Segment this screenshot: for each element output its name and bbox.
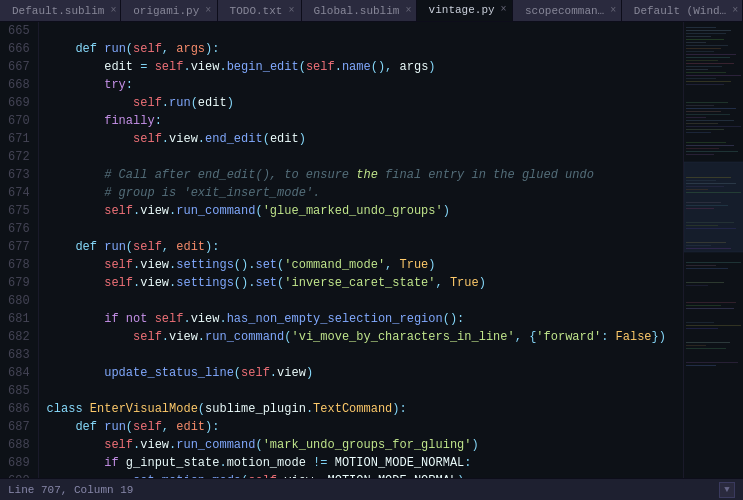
scroll-down-icon: ▼	[724, 485, 729, 495]
svg-rect-53	[686, 262, 741, 263]
svg-rect-16	[686, 72, 726, 73]
tab-close-icon[interactable]: ×	[405, 6, 411, 16]
tab-label: vintage.py	[429, 4, 495, 16]
svg-rect-13	[686, 63, 734, 64]
code-line: def run(self, edit):	[47, 418, 683, 436]
tab-close-icon[interactable]: ×	[732, 6, 738, 16]
main-content: 665 666 667 668 669 670 671 672 673 674 …	[0, 22, 743, 478]
svg-rect-24	[686, 108, 736, 109]
tab-close-icon[interactable]: ×	[610, 6, 616, 16]
tab-label: Default (Wind…	[634, 5, 726, 17]
code-line: try:	[47, 76, 683, 94]
svg-rect-34	[686, 145, 734, 146]
svg-rect-47	[686, 222, 734, 223]
code-line: # Call after end_edit(), to ensure the f…	[47, 166, 683, 184]
svg-rect-45	[686, 205, 728, 206]
code-line	[47, 292, 683, 310]
svg-rect-58	[686, 302, 736, 303]
svg-rect-36	[686, 151, 738, 152]
svg-rect-23	[686, 105, 714, 106]
svg-rect-55	[686, 268, 728, 269]
svg-rect-42	[686, 189, 708, 190]
tab-origami[interactable]: origami.py ×	[121, 0, 217, 21]
tab-scopecommand[interactable]: scopecomman… ×	[513, 0, 622, 21]
svg-rect-68	[686, 365, 716, 366]
tab-label: Global.sublim	[314, 5, 400, 17]
scroll-down-button[interactable]: ▼	[719, 482, 735, 498]
code-editor[interactable]: 665 666 667 668 669 670 671 672 673 674 …	[0, 22, 683, 478]
svg-rect-27	[686, 117, 706, 118]
svg-rect-61	[686, 322, 714, 323]
svg-rect-9	[686, 51, 714, 52]
svg-rect-17	[686, 75, 741, 76]
cursor-position: Line 707, Column 19	[8, 484, 133, 496]
tab-global-sublime[interactable]: Global.sublim ×	[302, 0, 417, 21]
code-line: if not self.view.has_non_empty_selection…	[47, 310, 683, 328]
status-left: Line 707, Column 19	[8, 484, 133, 496]
code-line	[47, 220, 683, 238]
code-lines[interactable]: def run(self, args): edit = self.view.be…	[39, 22, 683, 478]
code-line: finally:	[47, 112, 683, 130]
code-line: self.view.run_command('vi_move_by_charac…	[47, 328, 683, 346]
svg-rect-12	[686, 60, 718, 61]
code-line	[47, 148, 683, 166]
svg-rect-65	[686, 345, 706, 346]
svg-rect-67	[686, 362, 738, 363]
svg-rect-38	[686, 177, 731, 178]
minimap[interactable]	[683, 22, 743, 478]
code-line: edit = self.view.begin_edit(self.name(),…	[47, 58, 683, 76]
svg-rect-11	[686, 57, 730, 58]
svg-rect-46	[686, 208, 714, 209]
tab-default-wind[interactable]: Default (Wind… ×	[622, 0, 743, 21]
svg-rect-44	[686, 202, 721, 203]
status-bar: Line 707, Column 19 ▼	[0, 478, 743, 500]
tab-close-icon[interactable]: ×	[288, 6, 294, 16]
svg-rect-3	[686, 33, 726, 34]
svg-rect-62	[686, 325, 741, 326]
code-line: if g_input_state.motion_mode != MOTION_M…	[47, 454, 683, 472]
svg-rect-31	[686, 129, 724, 130]
status-right: ▼	[719, 482, 735, 498]
svg-rect-50	[686, 242, 726, 243]
tab-default-sublime[interactable]: Default.sublim ×	[0, 0, 121, 21]
code-line: def run(self, args):	[47, 40, 683, 58]
code-line: self.view.settings().set('command_mode',…	[47, 256, 683, 274]
svg-rect-54	[686, 265, 716, 266]
svg-rect-56	[686, 282, 724, 283]
svg-rect-32	[686, 132, 711, 133]
code-line: self.view.end_edit(edit)	[47, 130, 683, 148]
svg-rect-20	[686, 84, 724, 85]
tab-close-icon[interactable]: ×	[501, 5, 507, 15]
svg-rect-1	[686, 27, 716, 28]
tab-label: Default.sublim	[12, 5, 104, 17]
tab-close-icon[interactable]: ×	[205, 6, 211, 16]
svg-rect-29	[686, 123, 718, 124]
code-line: self.view.run_command('glue_marked_undo_…	[47, 202, 683, 220]
svg-rect-40	[686, 183, 736, 184]
svg-rect-19	[686, 81, 731, 82]
code-line: self.view.settings().set('inverse_caret_…	[47, 274, 683, 292]
svg-rect-7	[686, 45, 728, 46]
svg-rect-35	[686, 148, 719, 149]
tab-vintage[interactable]: vintage.py ×	[417, 0, 513, 21]
svg-rect-59	[686, 305, 721, 306]
code-line	[47, 382, 683, 400]
tab-label: origami.py	[133, 5, 199, 17]
svg-rect-21	[684, 162, 743, 252]
svg-rect-51	[686, 245, 711, 246]
tab-todo[interactable]: TODO.txt ×	[218, 0, 302, 21]
code-line: self.run(edit)	[47, 94, 683, 112]
tab-close-icon[interactable]: ×	[110, 6, 116, 16]
svg-rect-64	[686, 342, 730, 343]
line-numbers: 665 666 667 668 669 670 671 672 673 674 …	[0, 22, 39, 478]
svg-rect-30	[686, 126, 741, 127]
tab-label: TODO.txt	[230, 5, 283, 17]
svg-rect-39	[686, 180, 716, 181]
svg-rect-26	[686, 114, 730, 115]
tab-label: scopecomman…	[525, 5, 604, 17]
svg-rect-66	[686, 348, 726, 349]
code-line: class EnterVisualMode(sublime_plugin.Tex…	[47, 400, 683, 418]
code-line: self.view.run_command('mark_undo_groups_…	[47, 436, 683, 454]
svg-rect-28	[686, 120, 734, 121]
svg-rect-52	[686, 248, 731, 249]
